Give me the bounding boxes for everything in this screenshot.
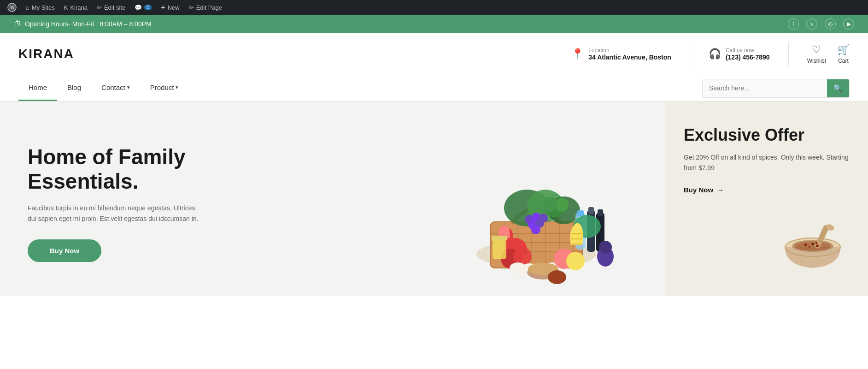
search-bar: 🔍: [702, 79, 850, 98]
svg-rect-45: [493, 238, 506, 259]
cart-button[interactable]: 🛒 Cart: [837, 44, 850, 64]
call-label: Call us now: [726, 47, 770, 54]
svg-point-55: [804, 244, 807, 246]
offer-description: Get 20% Off on all kind of spices. Only …: [684, 152, 850, 173]
wishlist-label: Wishlist: [807, 58, 826, 64]
hero-cta-button[interactable]: Buy Now: [28, 239, 101, 262]
hero-product-image: [444, 120, 628, 296]
svg-point-44: [548, 270, 566, 284]
announcement-left: ⏱ Opening Hours- Mon-Fri : 8:00AM – 8:00…: [14, 20, 152, 28]
svg-point-57: [816, 244, 819, 247]
twitter-icon[interactable]: 𝕏: [806, 18, 817, 30]
new-button[interactable]: + New: [157, 0, 183, 15]
location-value: 34 Atlantic Avenue, Boston: [588, 54, 671, 61]
search-button[interactable]: 🔍: [827, 79, 849, 97]
buy-now-label: Buy Now: [684, 186, 713, 194]
clock-icon: ⏱: [14, 20, 21, 28]
comment-icon: 💬: [135, 4, 142, 11]
headphone-icon: 🎧: [709, 48, 721, 60]
hero-main: Home of Family Essentials. Faucibus turp…: [0, 102, 665, 296]
location-details: Location 34 Atlantic Avenue, Boston: [588, 47, 671, 61]
svg-point-28: [531, 225, 540, 234]
mortar-illustration: [776, 217, 850, 273]
hero-text: Home of Family Essentials. Faucibus turp…: [28, 145, 235, 262]
comment-count: 0: [144, 5, 152, 10]
admin-bar: W ⌂ My Sites K Kirana ✏ Edit site 💬 0 + …: [0, 0, 868, 15]
nav-contact[interactable]: Contact ▾: [91, 75, 140, 101]
nav-home-label: Home: [29, 83, 47, 91]
offer-cta-link[interactable]: Buy Now →: [684, 186, 850, 194]
nav-links: Home Blog Contact ▾ Product ▾: [18, 75, 188, 101]
edit-page-label: Edit Page: [196, 4, 222, 11]
edit-page-icon: ✏: [189, 4, 194, 11]
location-info: 📍 Location 34 Atlantic Avenue, Boston: [571, 47, 671, 61]
kirana-label: Kirana: [70, 4, 88, 11]
heart-icon: ♡: [812, 44, 821, 56]
site-logo[interactable]: KIRANA: [18, 47, 74, 61]
edit-site-button[interactable]: ✏ Edit site: [93, 0, 129, 15]
site-nav: Home Blog Contact ▾ Product ▾ 🔍: [0, 75, 868, 102]
nav-product[interactable]: Product ▾: [140, 75, 189, 101]
svg-point-59: [815, 242, 817, 244]
kirana-site-icon: K: [64, 4, 68, 11]
header-actions: ♡ Wishlist 🛒 Cart: [807, 44, 850, 64]
my-sites-label: My Sites: [32, 4, 55, 11]
svg-rect-38: [598, 209, 603, 216]
nav-blog-label: Blog: [67, 83, 81, 91]
announcement-bar: ⏱ Opening Hours- Mon-Fri : 8:00AM – 8:00…: [0, 15, 868, 33]
header-divider-1: [690, 42, 690, 65]
facebook-icon[interactable]: f: [788, 18, 799, 30]
hero-offer-panel: Exclusive Offer Get 20% Off on all kind …: [665, 102, 868, 296]
new-label: New: [168, 4, 180, 11]
edit-page-button[interactable]: ✏ Edit Page: [185, 0, 226, 15]
cart-label: Cart: [838, 58, 849, 64]
svg-rect-34: [577, 210, 584, 216]
nav-contact-label: Contact: [101, 83, 125, 91]
youtube-icon[interactable]: ▶: [843, 18, 854, 30]
plus-icon: +: [161, 3, 165, 12]
instagram-icon[interactable]: ◎: [825, 18, 836, 30]
search-icon: 🔍: [833, 84, 843, 92]
svg-point-58: [809, 246, 810, 248]
svg-point-48: [599, 241, 612, 254]
offer-title: Exclusive Offer: [684, 125, 850, 145]
hero-section: Home of Family Essentials. Faucibus turp…: [0, 102, 868, 296]
wp-logo-button[interactable]: W: [4, 0, 20, 15]
hero-description: Faucibus turpis in eu mi bibendum neque …: [28, 203, 203, 225]
contact-chevron-icon: ▾: [127, 84, 130, 90]
svg-text:W: W: [10, 5, 15, 10]
svg-rect-46: [492, 236, 507, 240]
call-details: Call us now (123) 456-7890: [726, 47, 770, 61]
location-label: Location: [588, 47, 671, 54]
basket-illustration: [444, 120, 628, 296]
header-info: 📍 Location 34 Atlantic Avenue, Boston 🎧 …: [571, 42, 850, 65]
nav-product-label: Product: [150, 83, 174, 91]
svg-rect-36: [588, 207, 594, 214]
site-header: KIRANA 📍 Location 34 Atlantic Avenue, Bo…: [0, 33, 868, 75]
search-input[interactable]: [703, 80, 827, 96]
pencil-icon: ✏: [97, 4, 102, 11]
svg-point-19: [543, 197, 557, 212]
nav-blog[interactable]: Blog: [57, 75, 91, 101]
kirana-menu[interactable]: K Kirana: [60, 0, 91, 15]
call-info: 🎧 Call us now (123) 456-7890: [709, 47, 770, 61]
arrow-icon: →: [717, 186, 724, 194]
svg-point-40: [566, 252, 585, 270]
location-icon: 📍: [571, 48, 584, 60]
nav-home[interactable]: Home: [18, 75, 57, 101]
comments-button[interactable]: 💬 0: [131, 0, 155, 15]
wishlist-button[interactable]: ♡ Wishlist: [807, 44, 826, 64]
call-value: (123) 456-7890: [726, 54, 770, 61]
offer-content: Exclusive Offer Get 20% Off on all kind …: [684, 125, 850, 208]
product-chevron-icon: ▾: [176, 84, 178, 90]
wp-logo-icon: W: [7, 3, 17, 12]
svg-point-52: [794, 241, 831, 250]
cart-icon: 🛒: [837, 44, 850, 56]
home-icon: ⌂: [26, 4, 29, 11]
hero-title: Home of Family Essentials.: [28, 145, 235, 194]
announcement-social: f 𝕏 ◎ ▶: [788, 18, 854, 30]
announcement-text: Opening Hours- Mon-Fri : 8:00AM – 8:00PM: [25, 20, 152, 28]
my-sites-menu[interactable]: ⌂ My Sites: [22, 0, 59, 15]
svg-point-56: [812, 243, 814, 245]
mortar-svg: [776, 217, 850, 273]
